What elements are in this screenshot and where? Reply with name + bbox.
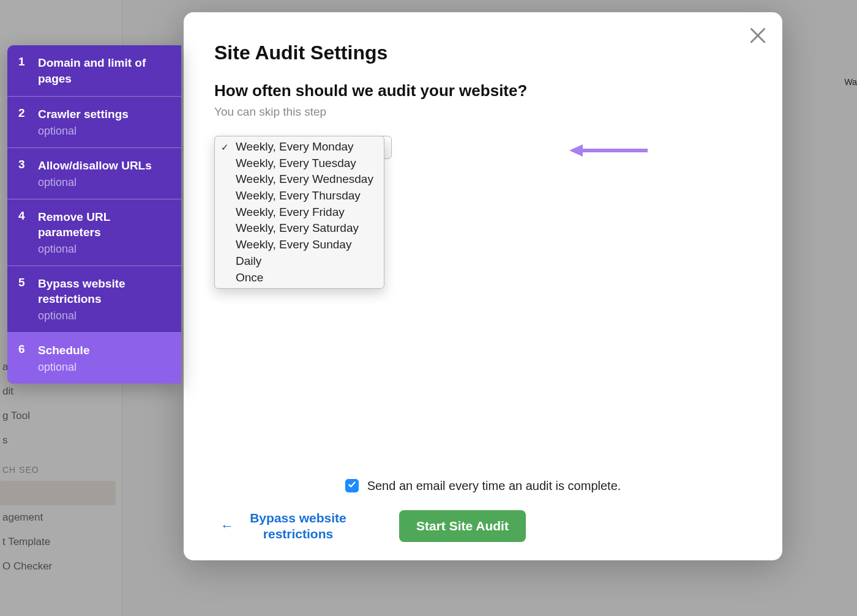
modal-title: Site Audit Settings xyxy=(214,42,752,64)
step-label: Domain and limit of pages xyxy=(38,55,170,86)
schedule-dropdown: ✓Weekly, Every MondayWeekly, Every Tuesd… xyxy=(214,136,384,289)
close-icon xyxy=(748,37,768,47)
step-optional-label: optional xyxy=(38,243,170,256)
schedule-option-label: Weekly, Every Thursday xyxy=(236,189,361,202)
step-label: Crawler settings xyxy=(38,106,129,122)
background-cropped-label: Wa xyxy=(845,77,857,87)
step-label: Schedule xyxy=(38,343,89,358)
schedule-option-label: Weekly, Every Monday xyxy=(236,140,354,153)
schedule-option[interactable]: Daily xyxy=(215,253,384,270)
step-optional-label: optional xyxy=(38,361,89,374)
step-number: 1 xyxy=(18,55,38,86)
stepper-step-2[interactable]: 2Crawler settingsoptional xyxy=(7,97,181,148)
step-number: 4 xyxy=(18,209,38,256)
step-number: 3 xyxy=(18,158,38,189)
checkmark-icon: ✓ xyxy=(221,141,229,154)
stepper-step-6[interactable]: 6Scheduleoptional xyxy=(7,333,181,384)
step-optional-label: optional xyxy=(38,125,129,138)
stepper-step-4[interactable]: 4Remove URL parametersoptional xyxy=(7,199,181,266)
schedule-option-label: Once xyxy=(236,271,263,284)
close-button[interactable] xyxy=(748,26,768,45)
step-label: Bypass website restrictions xyxy=(38,276,170,307)
start-site-audit-button[interactable]: Start Site Audit xyxy=(399,510,526,542)
email-notify-label: Send an email every time an audit is com… xyxy=(367,479,621,493)
back-link[interactable]: ← Bypass website restrictions xyxy=(220,510,350,543)
stepper-step-1[interactable]: 1Domain and limit of pages xyxy=(7,45,181,97)
svg-marker-3 xyxy=(569,144,583,157)
step-label: Remove URL parameters xyxy=(38,209,170,240)
step-optional-label: optional xyxy=(38,176,152,189)
schedule-option[interactable]: Weekly, Every Wednesday xyxy=(215,171,384,188)
check-icon xyxy=(348,480,356,491)
schedule-option-label: Weekly, Every Saturday xyxy=(236,221,359,234)
step-optional-label: optional xyxy=(38,310,170,322)
schedule-option-label: Weekly, Every Tuesday xyxy=(236,157,356,169)
step-number: 5 xyxy=(18,276,38,322)
email-notify-row: Send an email every time an audit is com… xyxy=(214,479,752,493)
step-number: 6 xyxy=(18,343,38,374)
schedule-select[interactable]: ✓Weekly, Every MondayWeekly, Every Tuesd… xyxy=(214,136,392,159)
modal-footer: Send an email every time an audit is com… xyxy=(184,479,782,543)
schedule-question: How often should we audit your website? xyxy=(214,81,752,100)
schedule-option-label: Weekly, Every Friday xyxy=(236,206,345,218)
site-audit-settings-modal: Site Audit Settings How often should we … xyxy=(184,12,782,560)
schedule-option[interactable]: ✓Weekly, Every Monday xyxy=(215,139,384,155)
schedule-option-label: Weekly, Every Wednesday xyxy=(236,173,373,185)
arrow-left-icon: ← xyxy=(220,518,234,534)
step-number: 2 xyxy=(18,106,38,138)
stepper-step-5[interactable]: 5Bypass website restrictionsoptional xyxy=(7,266,181,333)
settings-stepper: 1Domain and limit of pages2Crawler setti… xyxy=(7,45,181,384)
schedule-option[interactable]: Weekly, Every Tuesday xyxy=(215,155,384,172)
schedule-option[interactable]: Weekly, Every Sunday xyxy=(215,237,384,253)
schedule-option-label: Daily xyxy=(236,254,261,267)
stepper-step-3[interactable]: 3Allow/disallow URLsoptional xyxy=(7,148,181,199)
schedule-option[interactable]: Weekly, Every Thursday xyxy=(215,188,384,204)
schedule-option-label: Weekly, Every Sunday xyxy=(236,238,351,251)
step-label: Allow/disallow URLs xyxy=(38,158,152,174)
schedule-option[interactable]: Once xyxy=(215,270,384,286)
schedule-option[interactable]: Weekly, Every Saturday xyxy=(215,220,384,237)
back-link-label: Bypass website restrictions xyxy=(246,510,350,543)
annotation-arrow xyxy=(569,143,649,158)
schedule-option[interactable]: Weekly, Every Friday xyxy=(215,204,384,221)
email-notify-checkbox[interactable] xyxy=(345,479,359,492)
skip-step-subtext: You can skip this step xyxy=(214,105,752,119)
